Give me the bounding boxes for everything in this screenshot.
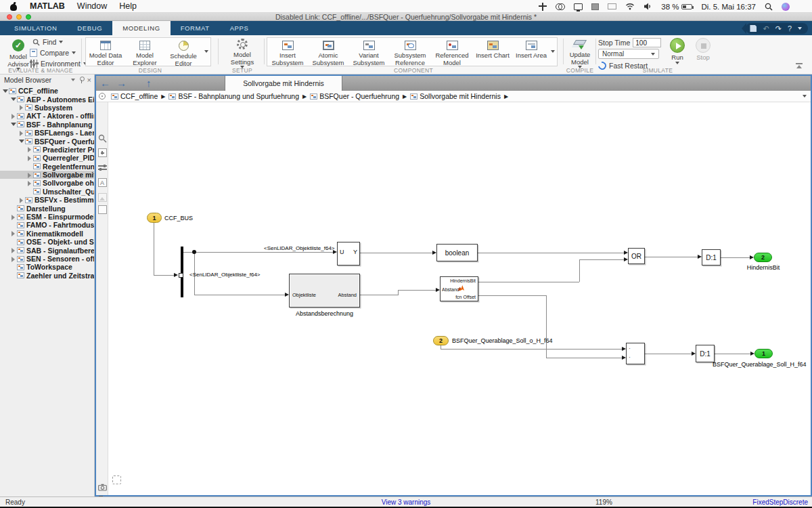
- view-warnings-link[interactable]: View 3 warnings: [0, 499, 812, 506]
- expand-collapse-icon[interactable]: [18, 138, 24, 144]
- expand-collapse-icon[interactable]: [10, 230, 16, 236]
- tree-item[interactable]: BSFVx - Bestimmu: [0, 196, 94, 204]
- signal-wire[interactable]: [154, 275, 175, 276]
- annotation-icon[interactable]: A: [98, 178, 107, 187]
- menubar-clock[interactable]: Di. 5. Mai 16:37: [701, 3, 756, 11]
- breadcrumb-item[interactable]: BSF - Bahnplanung und Spurfuehrung: [168, 92, 299, 100]
- save-icon[interactable]: [750, 25, 757, 32]
- quick-access-caret-icon[interactable]: [798, 27, 802, 30]
- breadcrumb-caret-icon[interactable]: [803, 95, 807, 98]
- spotlight-icon[interactable]: [765, 3, 773, 11]
- volume-icon[interactable]: [644, 3, 652, 10]
- signal-wire[interactable]: [398, 290, 436, 291]
- tree-item[interactable]: BSFLaengs - Laen: [0, 129, 94, 137]
- inport2-label[interactable]: BSFQuer_Querablage_Soll_o_H_f64: [452, 337, 553, 344]
- tree-item[interactable]: FAMO - Fahrtmodus: [0, 221, 94, 229]
- component-gallery-caret-icon[interactable]: [551, 50, 555, 53]
- display-icon[interactable]: [574, 3, 583, 10]
- tree-item[interactable]: ESM - Einspurmodell: [0, 213, 94, 221]
- signal-wire[interactable]: [154, 223, 154, 276]
- breadcrumb-item[interactable]: Sollvorgabe mit Hindernis: [410, 92, 501, 100]
- variant-subsystem-button[interactable]: Variant Subsystem: [348, 38, 389, 66]
- signal-wire[interactable]: [645, 257, 698, 257]
- image-annotation-icon[interactable]: [98, 193, 107, 202]
- ribbon-tab-simulation[interactable]: SIMULATION: [4, 21, 67, 35]
- tree-item[interactable]: Querregler_PID: [0, 154, 94, 162]
- outport1-label[interactable]: BSFQuer_Querablage_Soll_H_f64: [713, 361, 807, 368]
- undo-icon[interactable]: ↶: [763, 23, 769, 34]
- signal-wire[interactable]: [715, 354, 750, 354]
- bus-selector-block[interactable]: [181, 247, 183, 297]
- tree-item[interactable]: Darstellung: [0, 204, 94, 212]
- expand-collapse-icon[interactable]: [10, 247, 16, 253]
- breadcrumb-item[interactable]: CCF_offline: [111, 92, 158, 100]
- block-diagram-canvas[interactable]: 1 CCF_BUS <SenLIDAR_Objektliste_f64> <Se…: [108, 102, 811, 495]
- expand-collapse-icon[interactable]: [10, 121, 16, 127]
- expand-collapse-icon[interactable]: [10, 256, 16, 262]
- signal-label[interactable]: <SenLIDAR_Objektliste_f64>: [189, 272, 261, 278]
- schedule-editor-button[interactable]: Schedule Editor: [164, 38, 202, 67]
- subsystem-reference-button[interactable]: Subsystem Reference: [389, 38, 431, 66]
- outport-block-1[interactable]: 1: [754, 349, 773, 358]
- model-advisor-button[interactable]: ✓ Model Advisor: [8, 39, 28, 70]
- tree-item[interactable]: Sollvorgabe mit: [0, 171, 94, 179]
- expand-collapse-icon[interactable]: [18, 130, 24, 136]
- insert-area-button[interactable]: Insert Area: [512, 38, 550, 60]
- signal-wire[interactable]: [546, 358, 622, 358]
- signal-wire[interactable]: [360, 253, 432, 253]
- find-button[interactable]: Find: [32, 38, 63, 46]
- model-data-editor-button[interactable]: Model Data Editor: [86, 38, 125, 66]
- tree-item[interactable]: SAB - Signalaufbereit: [0, 246, 94, 254]
- subsystem-name-label[interactable]: Abstandsberechnung: [289, 310, 360, 317]
- battery-indicator[interactable]: 38 %: [661, 3, 692, 11]
- tree-item[interactable]: SEN - Sensoren - offli: [0, 255, 94, 263]
- signal-wire[interactable]: [398, 290, 399, 295]
- insert-chart-button[interactable]: Insert Chart: [473, 38, 512, 60]
- keyboard-layout-flag-icon[interactable]: [608, 3, 616, 9]
- expand-collapse-icon[interactable]: [2, 88, 8, 94]
- expand-collapse-icon[interactable]: [26, 172, 32, 178]
- close-panel-icon[interactable]: ×: [87, 76, 91, 84]
- signal-wire[interactable]: [478, 295, 546, 296]
- model-explorer-button[interactable]: Model Explorer: [125, 38, 164, 66]
- forward-icon[interactable]: →: [116, 77, 127, 89]
- tree-item[interactable]: ToWorkspace: [0, 263, 94, 271]
- tree-item[interactable]: OSE - Objekt- und Sp: [0, 238, 94, 246]
- boolean-conversion-block[interactable]: boolean: [436, 244, 478, 261]
- signal-wire[interactable]: [194, 295, 285, 295]
- breadcrumb-item[interactable]: BSFQuer - Querfuehrung: [310, 92, 399, 100]
- tree-item[interactable]: Regelentfernun: [0, 163, 94, 171]
- delay-block-top[interactable]: D:1: [702, 249, 721, 266]
- inport-block-1[interactable]: 1: [147, 213, 162, 223]
- outport-block-2[interactable]: 2: [754, 253, 772, 262]
- ribbon-tab-debug[interactable]: DEBUG: [67, 21, 112, 35]
- tree-item[interactable]: Sollvorgabe oh: [0, 179, 94, 187]
- signal-wire[interactable]: [579, 259, 624, 260]
- expand-collapse-icon[interactable]: [10, 214, 16, 220]
- ribbon-tab-format[interactable]: FORMAT: [171, 21, 220, 35]
- stop-time-input[interactable]: [633, 38, 661, 47]
- expand-collapse-icon[interactable]: [10, 113, 16, 119]
- or-logic-block[interactable]: OR: [628, 248, 645, 264]
- tree-item[interactable]: CCF_offline: [0, 87, 94, 95]
- product-block[interactable]: · ·: [626, 343, 645, 364]
- selector-block[interactable]: U Y: [337, 242, 360, 266]
- tree-item[interactable]: Kinematikmodell: [0, 230, 94, 238]
- menu-help[interactable]: Help: [119, 1, 137, 11]
- tree-item[interactable]: AKT - Aktoren - offlin: [0, 112, 94, 120]
- signal-wire[interactable]: [721, 257, 750, 258]
- tree-item[interactable]: Umschalter_Qu: [0, 188, 94, 196]
- wifi-icon[interactable]: [625, 3, 635, 10]
- tree-item[interactable]: Zaehler und Zeitstrah: [0, 272, 94, 280]
- tree-item[interactable]: AEP - Autonomes Einp: [0, 95, 94, 103]
- referenced-model-button[interactable]: Referenced Model: [431, 38, 473, 66]
- expand-collapse-icon[interactable]: [26, 155, 32, 161]
- tree-item[interactable]: BSFQuer - Querfu: [0, 137, 94, 145]
- camera-icon[interactable]: [98, 482, 107, 490]
- signal-wire[interactable]: [478, 282, 579, 282]
- back-icon[interactable]: ←: [100, 77, 110, 89]
- tree-item[interactable]: Praedizierter Pr: [0, 146, 94, 154]
- subsystem-badge-icon[interactable]: [99, 93, 106, 100]
- solver-link[interactable]: FixedStepDiscrete: [752, 499, 808, 506]
- signal-wire[interactable]: [645, 354, 692, 354]
